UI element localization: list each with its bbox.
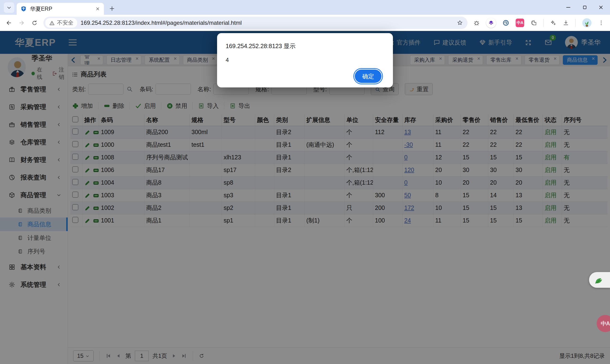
security-label: 不安全 — [57, 19, 73, 26]
toolbar-divider — [575, 19, 576, 27]
maximize-button[interactable] — [582, 4, 588, 10]
tab-close-icon[interactable] — [95, 6, 100, 11]
extensions-puzzle-icon[interactable] — [531, 20, 537, 26]
dialog-message: 4 — [226, 57, 384, 63]
favicon-shield-icon — [21, 6, 27, 12]
bird-icon — [593, 275, 604, 285]
dialog-ok-button[interactable]: 确定 — [355, 70, 381, 83]
window-close-button[interactable] — [598, 4, 604, 10]
back-button[interactable] — [3, 17, 14, 28]
translate-extension-icon[interactable]: 中A — [516, 19, 524, 27]
browser-profile-avatar[interactable] — [582, 18, 592, 28]
security-chip[interactable]: 不安全 — [45, 18, 77, 28]
browser-tab[interactable]: 华夏ERP — [17, 3, 104, 15]
dialog-title: 169.254.252.28:8123 显示 — [226, 42, 384, 50]
browser-tab-title: 华夏ERP — [30, 5, 92, 13]
new-tab-button[interactable] — [109, 5, 115, 12]
extension-floating-button[interactable] — [589, 272, 610, 288]
chevron-down-icon — [6, 5, 12, 11]
warning-icon — [49, 20, 55, 26]
toolbar-divider — [543, 19, 544, 27]
minimize-button[interactable] — [565, 4, 571, 11]
bookmark-star-icon[interactable] — [456, 20, 463, 26]
address-bar[interactable]: 不安全 169.254.252.28:8123/index.html#/page… — [43, 17, 467, 29]
tab-search-button[interactable] — [4, 2, 14, 13]
forward-button[interactable] — [16, 17, 27, 28]
bug-extension-icon[interactable] — [473, 20, 480, 26]
browser-toolbar: 不安全 169.254.252.28:8123/index.html#/page… — [0, 15, 610, 31]
reading-list-star-icon[interactable] — [550, 20, 556, 26]
url-text[interactable]: 169.254.252.28:8123/index.html#/pages/ma… — [80, 20, 453, 26]
browser-tabstrip: 华夏ERP — [0, 0, 610, 15]
reload-button[interactable] — [29, 17, 40, 28]
downloads-icon[interactable] — [563, 20, 569, 26]
purple-extension-icon[interactable] — [486, 18, 496, 28]
js-alert-dialog: 169.254.252.28:8123 显示 4 确定 — [217, 33, 393, 87]
swirl-extension-icon[interactable] — [502, 19, 509, 26]
kebab-menu-icon[interactable] — [598, 20, 604, 26]
